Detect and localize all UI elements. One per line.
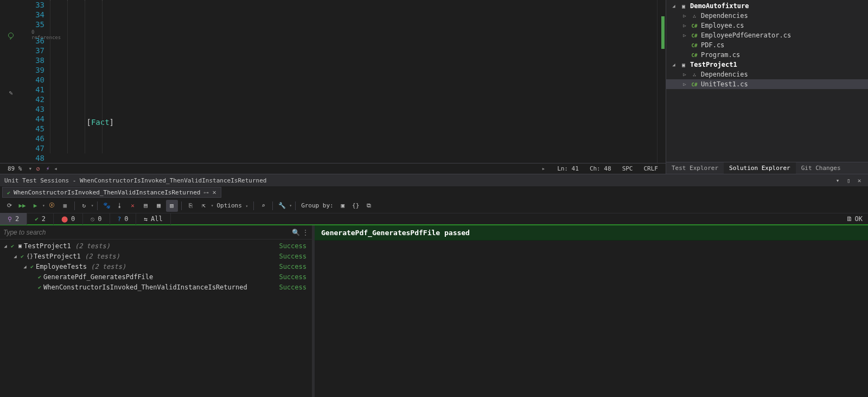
run-button[interactable]: ▶ bbox=[29, 200, 41, 212]
pass-icon: ✔ bbox=[9, 243, 16, 249]
pin-icon[interactable]: ▯ bbox=[844, 177, 853, 184]
settings-button[interactable]: 🔧 bbox=[276, 200, 288, 212]
project-label: DemoAutofixture bbox=[690, 2, 749, 10]
expand-icon[interactable]: ▷ bbox=[681, 23, 688, 28]
tab-test-explorer[interactable]: Test Explorer bbox=[666, 162, 724, 174]
new-session-button[interactable]: ⎘ bbox=[185, 200, 197, 212]
code-minimap[interactable] bbox=[657, 0, 666, 163]
tab-solution-explorer[interactable]: Solution Explorer bbox=[724, 162, 796, 174]
code-area[interactable]: [Fact] public void GeneratePdf_Generates… bbox=[50, 0, 657, 163]
filter-button[interactable]: ⌕ bbox=[257, 200, 269, 212]
file-node[interactable]: ▷ Employee.cs bbox=[666, 21, 868, 30]
error-indicator-icon[interactable]: ⊘ bbox=[34, 165, 42, 173]
csharp-file-icon bbox=[690, 42, 699, 48]
groupby-label: Group by: bbox=[299, 202, 336, 209]
ok-icon: 🗎 bbox=[846, 215, 853, 223]
ok-label: OK bbox=[855, 215, 863, 223]
session-tab-strip: ✔ WhenConstructorIsInvoked_ThenValidInst… bbox=[0, 186, 868, 198]
filter-failed[interactable]: ⬤ 0 bbox=[54, 213, 83, 225]
panel-title-bar[interactable]: Unit Test Sessions - WhenConstructorIsIn… bbox=[0, 174, 868, 186]
tree-item-label: Dependencies bbox=[701, 12, 748, 20]
repeat-button[interactable]: ↻ bbox=[78, 200, 90, 212]
expand-icon[interactable]: ◢ bbox=[2, 243, 9, 249]
stop-button[interactable]: ■ bbox=[59, 200, 71, 212]
status-char[interactable]: Ch: 48 bbox=[585, 165, 616, 172]
zoom-dropdown-icon[interactable]: ▾ bbox=[29, 165, 33, 172]
filter-broken[interactable]: ⚲ 2 bbox=[0, 213, 27, 225]
test-tree-pane: 🔍 ⋮ ◢ ✔ ▣ TestProject1 (2 tests) Success… bbox=[0, 225, 315, 397]
editor-margin: ✔ ✎ bbox=[0, 0, 22, 163]
groupby-project-button[interactable]: ▣ bbox=[337, 200, 349, 212]
filter-unknown[interactable]: ? 0 bbox=[110, 213, 137, 225]
window-menu-icon[interactable]: ▾ bbox=[833, 177, 842, 184]
session-tab[interactable]: ✔ WhenConstructorIsInvoked_ThenValidInst… bbox=[2, 187, 221, 198]
search-icon[interactable]: 🔍 bbox=[292, 229, 300, 236]
status-eol[interactable]: CRLF bbox=[640, 165, 663, 172]
status-indent[interactable]: SPC bbox=[618, 165, 637, 172]
track-button[interactable]: 🐾 bbox=[101, 200, 113, 212]
filter-passed[interactable]: ✔ 2 bbox=[27, 213, 54, 225]
expand-icon[interactable]: ◢ bbox=[12, 254, 18, 259]
expand-icon[interactable]: ◢ bbox=[671, 3, 677, 9]
dependencies-node[interactable]: ▷ ⛬ Dependencies bbox=[666, 11, 868, 21]
expand-button[interactable]: ▦ bbox=[153, 200, 165, 212]
pass-icon: ✔ bbox=[28, 263, 36, 269]
csharp-file-icon bbox=[690, 52, 699, 58]
filter-ok[interactable]: 🗎 OK bbox=[841, 215, 868, 223]
test-search[interactable]: 🔍 ⋮ bbox=[0, 225, 312, 240]
expand-icon[interactable]: ▷ bbox=[681, 72, 688, 77]
show-output-button[interactable]: ▧ bbox=[166, 200, 178, 212]
file-node[interactable]: ▷ PDF.cs bbox=[666, 40, 868, 50]
solution-tree[interactable]: ◢ ▣ DemoAutofixture ▷ ⛬ Dependencies ▷ E… bbox=[666, 0, 868, 162]
file-node[interactable]: ▷ EmployeePdfGenerator.cs bbox=[666, 30, 868, 40]
dependencies-node[interactable]: ▷ ⛬ Dependencies bbox=[666, 70, 868, 79]
search-options-icon[interactable]: ⋮ bbox=[302, 229, 309, 236]
zoom-level[interactable]: 89 % bbox=[3, 165, 27, 172]
groupby-namespace-button[interactable]: {} bbox=[350, 200, 362, 212]
expand-icon[interactable]: ▷ bbox=[681, 13, 688, 18]
event-indicator-icon[interactable]: ⚡ bbox=[44, 165, 52, 173]
tab-pin-icon[interactable]: ⊶ bbox=[203, 190, 209, 196]
node-label: TestProject1 bbox=[24, 242, 71, 250]
project-node[interactable]: ◢ ▣ TestProject1 bbox=[666, 60, 868, 70]
project-icon: ▣ bbox=[16, 243, 24, 249]
filter-ignored[interactable]: ⦸ 0 bbox=[83, 213, 110, 225]
code-editor[interactable]: ✔ ✎ 333435 0 references 3637383940414243… bbox=[0, 0, 666, 174]
close-icon[interactable]: ✕ bbox=[855, 177, 864, 184]
test-tree[interactable]: ◢ ✔ ▣ TestProject1 (2 tests) Success ◢ ✔… bbox=[0, 240, 312, 397]
tab-git-changes[interactable]: Git Changes bbox=[796, 162, 846, 174]
refresh-button[interactable]: ⟳ bbox=[3, 200, 15, 212]
delete-button[interactable]: ✕ bbox=[127, 200, 139, 212]
nav-right-icon[interactable]: ▸ bbox=[542, 165, 551, 172]
filter-all[interactable]: ⇆ All bbox=[136, 213, 170, 225]
test-tree-namespace[interactable]: ◢ ✔ {} TestProject1 (2 tests) Success bbox=[0, 251, 312, 261]
test-marker-icon[interactable]: ✔ bbox=[8, 33, 14, 38]
debug-button[interactable]: ⦿ bbox=[46, 200, 58, 212]
node-count: (2 tests) bbox=[85, 253, 120, 260]
options-dropdown[interactable]: Options ▾ bbox=[214, 202, 250, 209]
file-node[interactable]: ▷ UnitTest1.cs bbox=[666, 79, 868, 89]
expand-icon[interactable]: ◢ bbox=[22, 264, 28, 269]
nav-left-icon[interactable]: ◂ bbox=[54, 165, 58, 172]
collapse-button[interactable]: ▤ bbox=[140, 200, 152, 212]
expand-icon[interactable]: ◢ bbox=[671, 62, 677, 67]
open-session-button[interactable]: ⇱ bbox=[198, 200, 210, 212]
run-all-button[interactable]: ▶▶ bbox=[16, 200, 28, 212]
status-line[interactable]: Ln: 41 bbox=[553, 165, 583, 172]
file-node[interactable]: ▷ Program.cs bbox=[666, 50, 868, 60]
screwdriver-icon[interactable]: ✎ bbox=[9, 88, 12, 98]
expand-icon[interactable]: ▷ bbox=[681, 33, 688, 38]
dependencies-icon: ⛬ bbox=[690, 13, 699, 19]
line-number-gutter: 333435 0 references 36373839404142434445… bbox=[22, 0, 50, 163]
test-tree-test[interactable]: ✔ GeneratePdf_GeneratesPdfFile Success bbox=[0, 272, 312, 282]
test-tree-class[interactable]: ◢ ✔ EmployeeTests (2 tests) Success bbox=[0, 261, 312, 272]
expand-icon[interactable]: ▷ bbox=[681, 81, 688, 87]
export-button[interactable]: ⭳ bbox=[114, 200, 126, 212]
test-tree-project[interactable]: ◢ ✔ ▣ TestProject1 (2 tests) Success bbox=[0, 241, 312, 251]
tab-close-icon[interactable]: ✕ bbox=[212, 188, 216, 196]
filter-count: 2 bbox=[42, 215, 46, 223]
project-node[interactable]: ◢ ▣ DemoAutofixture bbox=[666, 1, 868, 11]
search-input[interactable] bbox=[3, 229, 290, 236]
groupby-category-button[interactable]: ⧉ bbox=[363, 200, 375, 212]
test-tree-test[interactable]: ✔ WhenConstructorIsInvoked_ThenValidInst… bbox=[0, 282, 312, 292]
